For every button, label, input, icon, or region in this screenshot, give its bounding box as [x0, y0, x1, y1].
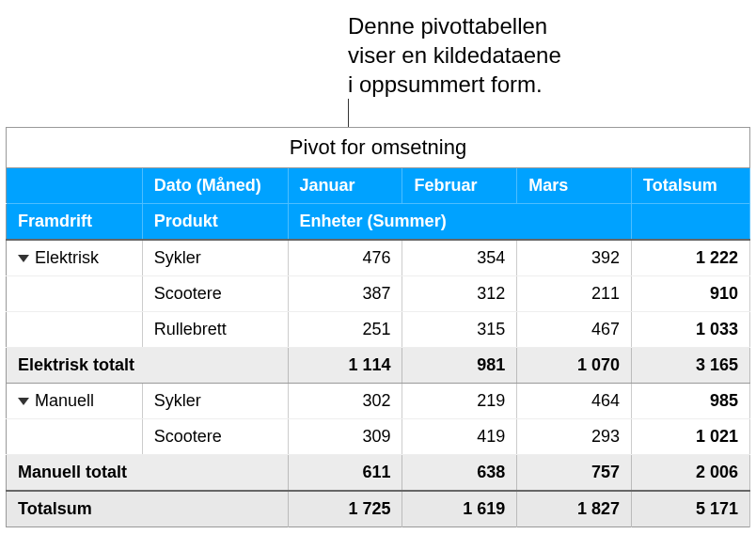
cell-januar[interactable]: 476	[288, 240, 402, 276]
grandtotal-total: 5 171	[632, 491, 750, 527]
subtotal-label: Elektrisk totalt	[7, 348, 289, 384]
header-totalsum[interactable]: Totalsum	[632, 168, 750, 204]
subtotal-row-manuell: Manuell totalt 611 638 757 2 006	[7, 455, 750, 492]
header-produkt[interactable]: Produkt	[142, 204, 288, 241]
cell-februar[interactable]: 315	[402, 312, 517, 348]
header-januar[interactable]: Januar	[288, 168, 402, 204]
cell-januar[interactable]: 251	[288, 312, 402, 348]
cell-januar[interactable]: 302	[288, 384, 402, 419]
pivot-table: Pivot for omsetning Dato (Måned) Januar …	[6, 127, 750, 527]
annotation-line: i oppsummert form.	[348, 70, 561, 99]
cell-mars[interactable]: 211	[517, 276, 632, 312]
header-dato[interactable]: Dato (Måned)	[142, 168, 288, 204]
cell-februar[interactable]: 419	[402, 419, 517, 455]
cell-total[interactable]: 910	[632, 276, 750, 312]
cell-februar[interactable]: 219	[402, 384, 517, 419]
header-enheter[interactable]: Enheter (Summer)	[288, 204, 631, 241]
header-empty-2	[632, 204, 750, 241]
cell-februar[interactable]: 354	[402, 240, 517, 276]
cell-total[interactable]: 1 222	[632, 240, 750, 276]
subtotal-februar: 981	[402, 348, 517, 384]
header-framdrift[interactable]: Framdrift	[7, 204, 143, 241]
cell-total[interactable]: 985	[632, 384, 750, 419]
table-row: Manuell Sykler 302 219 464 985	[7, 384, 750, 419]
group-name: Manuell	[35, 391, 94, 410]
cell-mars[interactable]: 467	[517, 312, 632, 348]
chevron-down-icon	[18, 398, 29, 405]
cell-mars[interactable]: 464	[517, 384, 632, 419]
table-row: Rullebrett 251 315 467 1 033	[7, 312, 750, 348]
subtotal-total: 3 165	[632, 348, 750, 384]
header-row-1: Dato (Måned) Januar Februar Mars Totalsu…	[7, 168, 750, 204]
cell-januar[interactable]: 387	[288, 276, 402, 312]
header-februar[interactable]: Februar	[402, 168, 517, 204]
subtotal-mars: 1 070	[517, 348, 632, 384]
subtotal-februar: 638	[402, 455, 517, 492]
subtotal-januar: 611	[288, 455, 402, 492]
subtotal-mars: 757	[517, 455, 632, 492]
grandtotal-januar: 1 725	[288, 491, 402, 527]
chevron-down-icon	[18, 255, 29, 262]
grandtotal-row: Totalsum 1 725 1 619 1 827 5 171	[7, 491, 750, 527]
grandtotal-label: Totalsum	[7, 491, 289, 527]
group-toggle-manuell[interactable]: Manuell	[7, 384, 143, 419]
header-row-2: Framdrift Produkt Enheter (Summer)	[7, 204, 750, 241]
subtotal-label: Manuell totalt	[7, 455, 289, 492]
annotation-text: Denne pivottabellen viser en kildedataen…	[348, 11, 561, 100]
grandtotal-februar: 1 619	[402, 491, 517, 527]
table-row: Elektrisk Sykler 476 354 392 1 222	[7, 240, 750, 276]
annotation-pointer	[348, 99, 349, 127]
cell-produkt[interactable]: Sykler	[142, 384, 288, 419]
annotation-line: Denne pivottabellen	[348, 11, 561, 40]
cell-produkt[interactable]: Scootere	[142, 419, 288, 455]
grandtotal-mars: 1 827	[517, 491, 632, 527]
cell-empty	[7, 276, 143, 312]
header-mars[interactable]: Mars	[517, 168, 632, 204]
cell-total[interactable]: 1 033	[632, 312, 750, 348]
header-empty	[7, 168, 143, 204]
subtotal-row-elektrisk: Elektrisk totalt 1 114 981 1 070 3 165	[7, 348, 750, 384]
subtotal-total: 2 006	[632, 455, 750, 492]
cell-mars[interactable]: 293	[517, 419, 632, 455]
cell-produkt[interactable]: Scootere	[142, 276, 288, 312]
table-row: Scootere 387 312 211 910	[7, 276, 750, 312]
cell-februar[interactable]: 312	[402, 276, 517, 312]
cell-produkt[interactable]: Sykler	[142, 240, 288, 276]
table-title: Pivot for omsetning	[7, 128, 750, 168]
cell-produkt[interactable]: Rullebrett	[142, 312, 288, 348]
subtotal-januar: 1 114	[288, 348, 402, 384]
group-name: Elektrisk	[35, 248, 99, 267]
cell-mars[interactable]: 392	[517, 240, 632, 276]
cell-empty	[7, 419, 143, 455]
group-toggle-elektrisk[interactable]: Elektrisk	[7, 240, 143, 276]
cell-januar[interactable]: 309	[288, 419, 402, 455]
annotation-line: viser en kildedataene	[348, 40, 561, 70]
cell-empty	[7, 312, 143, 348]
cell-total[interactable]: 1 021	[632, 419, 750, 455]
table-row: Scootere 309 419 293 1 021	[7, 419, 750, 455]
